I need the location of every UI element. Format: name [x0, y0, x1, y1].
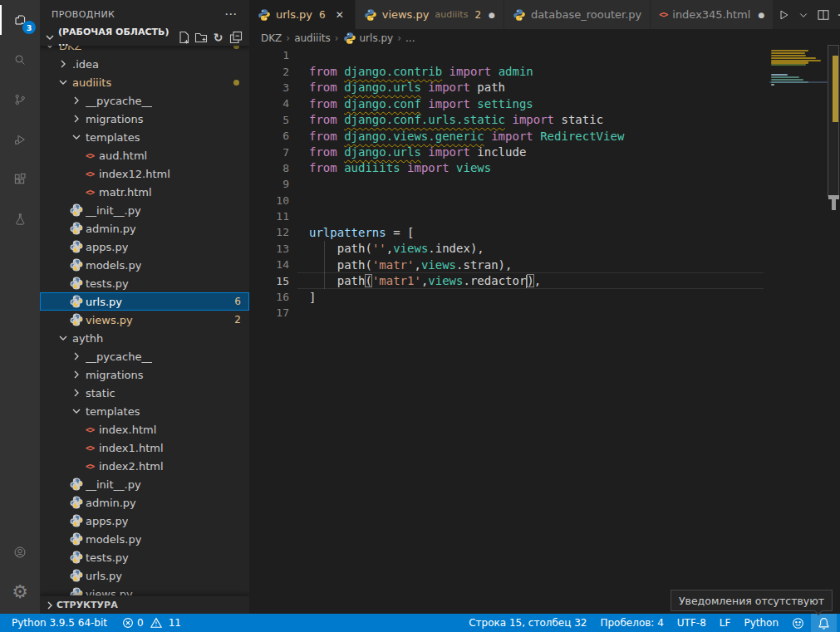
tree-item--idea[interactable]: .idea	[40, 55, 249, 73]
code-line-4[interactable]: 4from django.conf import settings	[249, 96, 840, 111]
dirty-indicator[interactable]: ●	[489, 11, 495, 19]
tree-item-migrations[interactable]: migrations	[40, 110, 249, 128]
end-of-line[interactable]: LF	[713, 614, 738, 632]
tree-item-label: models.py	[86, 259, 141, 272]
chevron-down-icon[interactable]	[793, 5, 813, 25]
tree-item-templates[interactable]: templates	[40, 128, 249, 146]
dirty-indicator[interactable]: ●	[758, 11, 764, 19]
code-line-5[interactable]: 5from django.conf.urls.static import sta…	[249, 112, 840, 128]
tree-item--pycache-[interactable]: __pycache__	[40, 347, 249, 365]
python-file-icon	[343, 32, 356, 45]
overview-ruler-warning-mark	[833, 56, 838, 122]
new-file-icon[interactable]	[174, 29, 192, 46]
python-file-icon	[70, 295, 83, 308]
tree-item-apps-py[interactable]: apps.py	[40, 512, 249, 530]
tree-item-aud-html[interactable]: <>aud.html	[40, 146, 249, 164]
problems-summary[interactable]: 011	[114, 614, 188, 632]
tree-item-models-py[interactable]: models.py	[40, 256, 249, 274]
tree-item--init-py[interactable]: __init__.py	[40, 201, 249, 219]
code-line-10[interactable]: 10	[249, 193, 840, 208]
code-line-9[interactable]: 9	[249, 176, 840, 192]
notifications-bell[interactable]	[811, 614, 837, 632]
tab-index345-html[interactable]: <>index345.html●	[651, 0, 774, 29]
tree-item-tests-py[interactable]: tests.py	[40, 274, 249, 292]
outline-section-header[interactable]: СТРУКТУРА	[40, 595, 249, 614]
tree-item-index2-html[interactable]: <>index2.html	[40, 457, 249, 475]
tree-item-admin-py[interactable]: admin.py	[40, 219, 249, 238]
line-number: 8	[249, 162, 289, 174]
code-line-12[interactable]: 12urlpatterns = [	[249, 224, 840, 240]
run-icon[interactable]	[774, 5, 793, 25]
code-line-11[interactable]: 11	[249, 208, 840, 224]
activity-item-run-debug[interactable]	[0, 120, 40, 159]
workspace-section-header[interactable]: (РАБОЧАЯ ОБЛАСТЬ) ... ↻	[40, 28, 249, 46]
code-line-13[interactable]: 13 path('',views.index),	[249, 241, 840, 257]
tree-item-models-py[interactable]: models.py	[40, 530, 249, 548]
code-line-6[interactable]: 6from django.views.generic import Redire…	[249, 128, 840, 144]
source-control-icon	[13, 93, 27, 106]
cursor-position[interactable]: Строка 15, столбец 32	[462, 614, 593, 632]
breadcrumb-item--[interactable]: ...	[405, 32, 415, 44]
code-text: from django.conf import settings	[309, 97, 533, 110]
code-editor[interactable]: 12from django.contrib import admin3from …	[249, 47, 840, 614]
collapse-all-icon[interactable]	[227, 29, 244, 46]
breadcrumb-item-urls-py[interactable]: urls.py	[343, 32, 394, 45]
tree-item-label: urls.py	[86, 296, 122, 308]
tree-item-urls-py[interactable]: urls.py6	[40, 292, 249, 311]
code-line-8[interactable]: 8from audiiits import views	[249, 160, 840, 176]
tree-item-label: index12.html	[99, 168, 170, 180]
minimap[interactable]	[769, 40, 828, 206]
tree-item-audiiits[interactable]: audiiits	[40, 73, 249, 91]
tooltip-text: Уведомления отсутствуют	[679, 595, 824, 607]
activity-item-explorer[interactable]: 3	[0, 0, 40, 40]
tree-item-apps-py[interactable]: apps.py	[40, 238, 249, 256]
tree-item-matr-html[interactable]: <>matr.html	[40, 183, 249, 201]
tree-item-templates[interactable]: templates	[40, 402, 249, 420]
tree-item-index12-html[interactable]: <>index12.html	[40, 164, 249, 183]
tab-database-roouter-py[interactable]: database_roouter.py	[504, 0, 651, 29]
close-icon[interactable]: ✕	[333, 9, 346, 21]
code-line-14[interactable]: 14 path('matr',views.stran),	[249, 257, 840, 272]
tree-item-urls-py[interactable]: urls.py	[40, 566, 249, 585]
feedback-button[interactable]	[785, 614, 811, 632]
breadcrumb-item-audiiits[interactable]: audiiits	[294, 32, 331, 44]
tree-item-index-html[interactable]: <>index.html	[40, 420, 249, 438]
tree-item-tests-py[interactable]: tests.py	[40, 548, 249, 566]
activity-item-account[interactable]	[0, 532, 40, 572]
python-file-icon	[70, 551, 83, 564]
scrollbar-marker	[828, 195, 839, 211]
tree-item--pycache-[interactable]: __pycache__	[40, 91, 249, 110]
indentation[interactable]: Пробелов: 4	[593, 614, 670, 632]
more-actions-icon[interactable]: ⋯	[224, 7, 238, 22]
tree-item-aythh[interactable]: aythh	[40, 329, 249, 347]
tree-item-static[interactable]: static	[40, 384, 249, 402]
activity-item-source-control[interactable]	[0, 80, 40, 120]
python-interpreter[interactable]: Python 3.9.5 64-bit	[5, 614, 114, 632]
tree-item-migrations[interactable]: migrations	[40, 365, 249, 384]
code-line-16[interactable]: 16]	[249, 289, 840, 305]
tab-urls-py[interactable]: urls.py6✕	[249, 0, 356, 29]
code-line-2[interactable]: 2from django.contrib import admin	[249, 63, 840, 79]
language-mode[interactable]: Python	[737, 614, 785, 632]
activity-item-search[interactable]	[0, 40, 40, 80]
more-actions-icon[interactable]: ⋯	[833, 5, 840, 25]
tree-item--init-py[interactable]: __init__.py	[40, 475, 249, 493]
activity-item-testing[interactable]	[0, 199, 40, 239]
code-line-17[interactable]: 17	[249, 305, 840, 321]
code-line-1[interactable]: 1	[249, 47, 840, 63]
encoding[interactable]: UTF-8	[671, 614, 713, 632]
code-line-15[interactable]: 15 path('matr1',views.redactor),	[249, 272, 840, 288]
activity-item-settings[interactable]: ⚙	[0, 572, 40, 612]
code-line-7[interactable]: 7from django.urls import include	[249, 144, 840, 159]
split-editor-icon[interactable]	[813, 5, 833, 25]
tree-item-index1-html[interactable]: <>index1.html	[40, 438, 249, 457]
breadcrumb-item-dkz[interactable]: DKZ	[261, 32, 282, 44]
tab-views-py[interactable]: views.pyaudiiits2●	[356, 0, 504, 29]
tree-item-views-py[interactable]: views.py2	[40, 311, 249, 329]
code-text: from audiiits import views	[309, 161, 491, 174]
refresh-icon[interactable]: ↻	[209, 29, 227, 46]
activity-item-extensions[interactable]	[0, 159, 40, 199]
code-line-3[interactable]: 3from django.urls import path	[249, 80, 840, 96]
new-folder-icon[interactable]	[192, 29, 209, 46]
tree-item-admin-py[interactable]: admin.py	[40, 493, 249, 512]
